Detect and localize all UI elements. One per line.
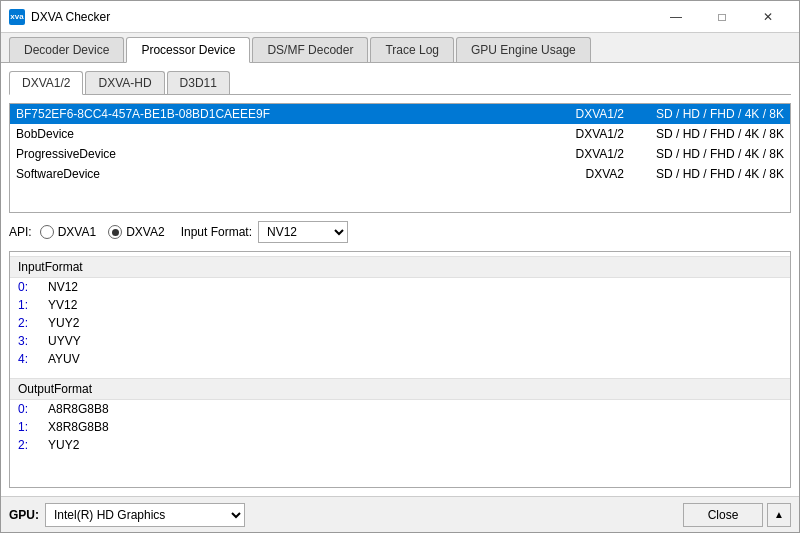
device-caps: SD / HD / FHD / 4K / 8K [624,127,784,141]
format-index: 3: [18,334,48,348]
api-row: API: DXVA1 DXVA2 Input Format: NV12 [9,221,791,243]
format-value: A8R8G8B8 [48,402,109,416]
format-index: 1: [18,298,48,312]
input-format-header: InputFormat [10,256,790,278]
device-name: ProgressiveDevice [16,147,544,161]
format-value: AYUV [48,352,80,366]
format-value: UYVY [48,334,81,348]
radio-dxva2[interactable]: DXVA2 [108,225,164,239]
device-name: BobDevice [16,127,544,141]
format-value: YUY2 [48,438,79,452]
list-item: 2: YUY2 [10,314,790,332]
device-caps: SD / HD / FHD / 4K / 8K [624,167,784,181]
format-index: 0: [18,402,48,416]
tab-d3d11[interactable]: D3D11 [167,71,230,94]
main-tab-bar: Decoder Device Processor Device DS/MF De… [1,33,799,63]
list-item: 1: X8R8G8B8 [10,418,790,436]
tab-dxva12[interactable]: DXVA1/2 [9,71,83,95]
format-index: 4: [18,352,48,366]
window-title: DXVA Checker [31,10,653,24]
radio-dxva1-circle [40,225,54,239]
scroll-panel: InputFormat 0: NV12 1: YV12 2: YUY2 3: U… [9,251,791,488]
device-api: DXVA2 [544,167,624,181]
gpu-label: GPU: [9,508,39,522]
format-value: NV12 [48,280,78,294]
format-value: YUY2 [48,316,79,330]
maximize-button[interactable]: □ [699,1,745,33]
device-caps: SD / HD / FHD / 4K / 8K [624,107,784,121]
tab-dsmf-decoder[interactable]: DS/MF Decoder [252,37,368,62]
input-format-label: Input Format: [181,225,252,239]
sub-tab-bar: DXVA1/2 DXVA-HD D3D11 [9,71,791,95]
radio-dxva2-circle [108,225,122,239]
format-index: 1: [18,420,48,434]
device-name: BF752EF6-8CC4-457A-BE1B-08BD1CAEEE9F [16,107,544,121]
radio-dxva1[interactable]: DXVA1 [40,225,96,239]
device-caps: SD / HD / FHD / 4K / 8K [624,147,784,161]
content-area: DXVA1/2 DXVA-HD D3D11 BF752EF6-8CC4-457A… [1,63,799,496]
close-window-button[interactable]: ✕ [745,1,791,33]
list-item: 1: YV12 [10,296,790,314]
close-button[interactable]: Close [683,503,763,527]
tab-trace-log[interactable]: Trace Log [370,37,454,62]
device-list-container: BF752EF6-8CC4-457A-BE1B-08BD1CAEEE9F DXV… [9,103,791,213]
scroll-content[interactable]: InputFormat 0: NV12 1: YV12 2: YUY2 3: U… [10,252,790,487]
format-index: 0: [18,280,48,294]
tab-gpu-engine-usage[interactable]: GPU Engine Usage [456,37,591,62]
table-row[interactable]: SoftwareDevice DXVA2 SD / HD / FHD / 4K … [10,164,790,184]
list-item: 0: NV12 [10,278,790,296]
format-index: 2: [18,438,48,452]
format-value: X8R8G8B8 [48,420,109,434]
output-format-header: OutputFormat [10,378,790,400]
table-row[interactable]: BF752EF6-8CC4-457A-BE1B-08BD1CAEEE9F DXV… [10,104,790,124]
app-icon: xva [9,9,25,25]
api-label: API: [9,225,32,239]
api-radio-group: DXVA1 DXVA2 [40,225,165,239]
list-item: 4: AYUV [10,350,790,368]
tab-dxva-hd[interactable]: DXVA-HD [85,71,164,94]
device-api: DXVA1/2 [544,147,624,161]
window-controls: — □ ✕ [653,1,791,33]
list-item: 2: YUY2 [10,436,790,454]
tab-processor-device[interactable]: Processor Device [126,37,250,63]
device-name: SoftwareDevice [16,167,544,181]
input-format-select[interactable]: NV12 [258,221,348,243]
table-row[interactable]: ProgressiveDevice DXVA1/2 SD / HD / FHD … [10,144,790,164]
format-index: 2: [18,316,48,330]
main-window: xva DXVA Checker — □ ✕ Decoder Device Pr… [0,0,800,533]
device-api: DXVA1/2 [544,107,624,121]
device-api: DXVA1/2 [544,127,624,141]
bottom-bar: GPU: Intel(R) HD Graphics Close ▲ [1,496,799,532]
minimize-button[interactable]: — [653,1,699,33]
title-bar: xva DXVA Checker — □ ✕ [1,1,799,33]
bottom-right-controls: Close ▲ [683,503,791,527]
list-item: 3: UYVY [10,332,790,350]
table-row[interactable]: BobDevice DXVA1/2 SD / HD / FHD / 4K / 8… [10,124,790,144]
radio-dxva2-label: DXVA2 [126,225,164,239]
radio-dxva1-label: DXVA1 [58,225,96,239]
gpu-select[interactable]: Intel(R) HD Graphics [45,503,245,527]
tab-decoder-device[interactable]: Decoder Device [9,37,124,62]
device-list: BF752EF6-8CC4-457A-BE1B-08BD1CAEEE9F DXV… [10,104,790,212]
format-value: YV12 [48,298,77,312]
expand-button[interactable]: ▲ [767,503,791,527]
list-item: 0: A8R8G8B8 [10,400,790,418]
